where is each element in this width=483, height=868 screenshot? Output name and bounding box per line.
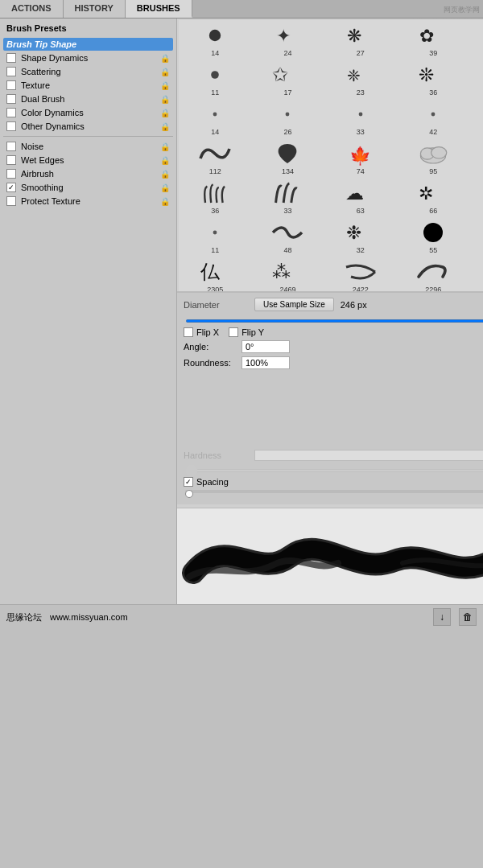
brush-cell[interactable]: 36 bbox=[179, 178, 251, 217]
brush-cell[interactable]: 42 bbox=[397, 99, 469, 138]
other-dynamics-item[interactable]: Other Dynamics 🔒 bbox=[3, 120, 173, 133]
wet-edges-check[interactable] bbox=[6, 155, 16, 165]
brush-number: 112 bbox=[209, 167, 221, 175]
top-tabs: ACTIONS HISTORY BRUSHES 网页教学网 WWW.WEB3X.… bbox=[0, 0, 483, 19]
brush-cell[interactable]: ⁂2469 bbox=[251, 257, 324, 292]
brush-cell[interactable]: 11 bbox=[179, 60, 251, 99]
brush-cell[interactable]: ❋27 bbox=[324, 20, 397, 60]
brush-cell[interactable]: ✿39 bbox=[397, 20, 469, 60]
noise-check[interactable] bbox=[6, 142, 16, 151]
brush-cell[interactable]: 2325 bbox=[469, 257, 483, 292]
tab-actions[interactable]: ACTIONS bbox=[0, 0, 64, 18]
brush-grid: 14✦24❋27✿39❁46❃5911✩17❈23❊36✾44❄60142633… bbox=[177, 19, 483, 292]
color-dynamics-item[interactable]: Color Dynamics 🔒 bbox=[3, 106, 173, 119]
brush-cell[interactable]: 33 bbox=[251, 178, 324, 217]
shape-dynamics-item[interactable]: Shape Dynamics 🔒 bbox=[3, 51, 173, 64]
brush-cell[interactable]: 14 bbox=[179, 99, 251, 138]
shape-dynamics-check[interactable] bbox=[6, 53, 16, 63]
brush-preview-image: ❊ bbox=[414, 62, 452, 88]
stroke-preview bbox=[177, 508, 483, 604]
brush-preview-image bbox=[268, 180, 307, 206]
brush-cell[interactable]: ✩17 bbox=[251, 60, 324, 99]
flip-x-checkbox[interactable] bbox=[184, 327, 193, 337]
bottom-icon-trash[interactable]: 🗑 bbox=[459, 608, 477, 626]
protect-texture-item[interactable]: Protect Texture 🔒 bbox=[3, 195, 173, 208]
protect-texture-check[interactable] bbox=[6, 196, 16, 206]
noise-item[interactable]: Noise 🔒 bbox=[3, 140, 173, 153]
roundness-row: Roundness: bbox=[184, 356, 483, 369]
brush-cell[interactable]: 95 bbox=[397, 138, 469, 178]
airbrush-check[interactable] bbox=[6, 169, 16, 179]
svg-text:❉: ❉ bbox=[346, 222, 361, 243]
brush-cell[interactable]: 55 bbox=[469, 99, 483, 138]
brush-cell[interactable]: ✾44 bbox=[469, 60, 483, 99]
use-sample-button[interactable]: Use Sample Size bbox=[254, 298, 334, 311]
presets-title: Brush Presets bbox=[3, 23, 173, 33]
brush-cell[interactable]: 134 bbox=[251, 138, 324, 178]
brush-cell[interactable]: 26 bbox=[251, 99, 324, 138]
brush-preview-image: 仏 bbox=[196, 259, 234, 285]
brush-cell[interactable]: ✱39 bbox=[469, 178, 483, 217]
angle-input[interactable] bbox=[242, 340, 290, 353]
brush-preview-image bbox=[268, 141, 307, 167]
brush-cell[interactable]: 48 bbox=[251, 217, 324, 257]
brush-preview-image bbox=[341, 101, 380, 127]
smoothing-check[interactable] bbox=[6, 183, 16, 192]
wet-edges-item[interactable]: Wet Edges 🔒 bbox=[3, 154, 173, 167]
brush-preview-image bbox=[414, 141, 452, 167]
smoothing-item[interactable]: Smoothing 🔒 bbox=[3, 181, 173, 194]
brush-cell[interactable]: ✲66 bbox=[397, 178, 469, 217]
brush-cell[interactable]: 仏2305 bbox=[179, 257, 251, 292]
brush-cell[interactable]: 🍁74 bbox=[324, 138, 397, 178]
scattering-check[interactable] bbox=[6, 67, 16, 76]
diameter-slider[interactable] bbox=[185, 319, 483, 323]
brush-cell[interactable]: ☁63 bbox=[324, 178, 397, 217]
brush-cell[interactable]: ❉32 bbox=[324, 217, 397, 257]
brush-preview-image: 🍁 bbox=[341, 141, 380, 167]
brush-cell[interactable]: ❈23 bbox=[324, 60, 397, 99]
brush-preview-image: ✲ bbox=[414, 180, 452, 206]
brush-cell[interactable]: ✦24 bbox=[251, 20, 324, 60]
scattering-item[interactable]: Scattering 🔒 bbox=[3, 65, 173, 78]
other-dynamics-check[interactable] bbox=[6, 121, 16, 131]
airbrush-item[interactable]: Airbrush 🔒 bbox=[3, 167, 173, 180]
right-panel: 14✦24❋27✿39❁46❃5911✩17❈23❊36✾44❄60142633… bbox=[177, 19, 483, 604]
brush-cell[interactable]: 14 bbox=[179, 20, 251, 60]
texture-check[interactable] bbox=[6, 80, 16, 90]
brush-cell[interactable]: 33 bbox=[324, 99, 397, 138]
brush-preview-image bbox=[196, 101, 234, 127]
svg-text:仏: 仏 bbox=[200, 261, 221, 282]
brush-tip-shape-item[interactable]: Brush Tip Shape bbox=[3, 38, 173, 51]
brush-preview-image bbox=[414, 220, 452, 245]
tab-history[interactable]: HISTORY bbox=[64, 0, 126, 18]
brush-preview-image bbox=[196, 180, 234, 206]
roundness-input[interactable] bbox=[242, 356, 290, 369]
tab-brushes[interactable]: BRUSHES bbox=[126, 0, 192, 18]
brush-number: 2469 bbox=[279, 286, 295, 292]
diameter-label: Diameter bbox=[184, 300, 248, 310]
brush-grid-scroll[interactable]: 14✦24❋27✿39❁46❃5911✩17❈23❊36✾44❄60142633… bbox=[177, 19, 483, 292]
brush-preview-image bbox=[196, 220, 234, 245]
flip-y-checkbox[interactable] bbox=[229, 327, 238, 337]
lock-icon: 🔒 bbox=[160, 156, 170, 165]
dual-brush-item[interactable]: Dual Brush 🔒 bbox=[3, 93, 173, 105]
brush-cell[interactable]: 11 bbox=[179, 217, 251, 257]
bottom-icon-download[interactable]: ↓ bbox=[433, 608, 451, 626]
brush-cell[interactable]: 112 bbox=[179, 138, 251, 178]
color-dynamics-check[interactable] bbox=[6, 108, 16, 117]
brush-cell[interactable]: ❊36 bbox=[397, 60, 469, 99]
brush-cell[interactable]: ❁46 bbox=[469, 20, 483, 60]
brush-cell[interactable]: 2422 bbox=[324, 257, 397, 292]
spacing-checkbox[interactable] bbox=[184, 477, 193, 487]
brush-cell[interactable]: ★29 bbox=[469, 138, 483, 178]
brush-number: 26 bbox=[283, 128, 291, 136]
brush-cell[interactable]: 100 bbox=[469, 217, 483, 257]
brush-cell[interactable]: 2296 bbox=[397, 257, 469, 292]
texture-item[interactable]: Texture 🔒 bbox=[3, 79, 173, 92]
angle-row: Angle: bbox=[184, 340, 483, 353]
flip-y-label: Flip Y bbox=[242, 327, 264, 337]
flip-x-label: Flip X bbox=[196, 327, 219, 337]
dual-brush-check[interactable] bbox=[6, 94, 16, 104]
svg-point-0 bbox=[209, 30, 221, 41]
brush-cell[interactable]: 55 bbox=[397, 217, 469, 257]
